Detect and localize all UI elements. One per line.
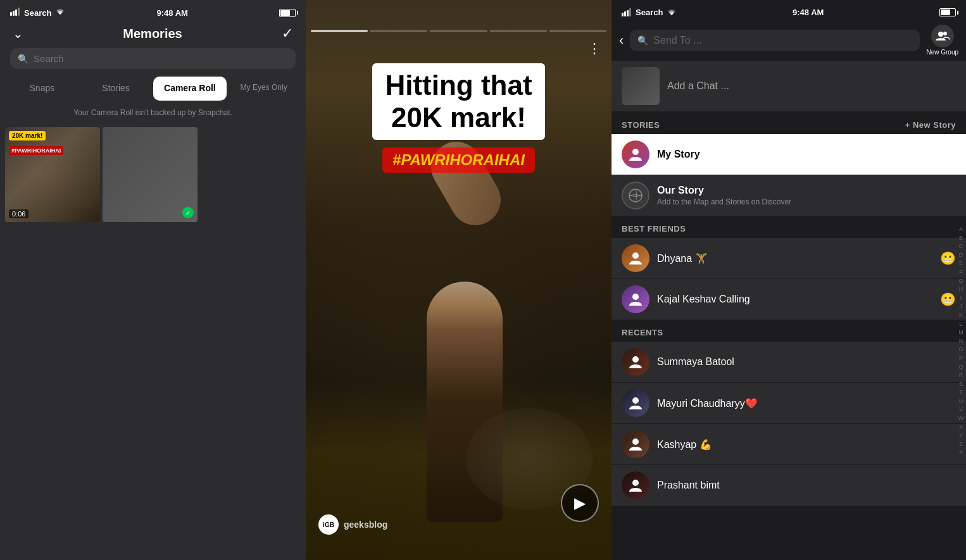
- checkmark-circle-icon[interactable]: ✓: [282, 25, 293, 42]
- tab-my-eyes-only[interactable]: My Eyes Only: [227, 77, 301, 101]
- alpha-letter-N[interactable]: N: [957, 337, 965, 345]
- contact-kajal[interactable]: Kajal Keshav Calling 😬: [612, 279, 966, 320]
- alpha-letter-U[interactable]: U: [957, 397, 965, 406]
- svg-rect-5: [624, 11, 626, 16]
- prashant-avatar: [622, 471, 649, 499]
- alpha-letter-P[interactable]: P: [957, 354, 965, 363]
- alpha-letter-R[interactable]: R: [957, 371, 965, 380]
- our-story-row[interactable]: Our Story Add to the Map and Stories on …: [612, 175, 966, 216]
- alpha-letter-X[interactable]: X: [957, 423, 965, 432]
- svg-rect-6: [627, 10, 629, 16]
- contact-kashyap[interactable]: Kashyap 💪: [612, 424, 966, 464]
- search-icon: 🔍: [18, 54, 28, 64]
- sendto-carrier: Search: [636, 8, 663, 17]
- alpha-letter-A[interactable]: A: [957, 225, 965, 233]
- thumb-timer-1: 0:06: [9, 209, 28, 218]
- summaya-avatar: [622, 348, 649, 376]
- svg-rect-4: [622, 13, 624, 16]
- alpha-letter-O[interactable]: O: [957, 345, 965, 354]
- best-friends-header: BEST FRIENDS: [612, 216, 966, 237]
- alpha-letter-M[interactable]: M: [957, 328, 965, 337]
- search-signal-text: [10, 8, 20, 18]
- story-watermark: iGB geeksblog: [318, 514, 387, 535]
- alpha-letter-K[interactable]: K: [957, 311, 965, 320]
- story-hashtag-text: #PAWRIHORAIHAI: [382, 147, 535, 173]
- kashyap-name: Kashyap 💪: [657, 439, 956, 451]
- memory-thumb-1[interactable]: 20K mark! #PAWRIHORAIHAI 0:06: [5, 127, 100, 222]
- story-main-text: Hitting that20K mark!: [372, 63, 544, 140]
- memories-status-bar: Search 9:48 AM: [0, 0, 306, 22]
- contact-dhyana[interactable]: Dhyana 🏋 😬: [612, 238, 966, 278]
- new-group-icon: [931, 25, 954, 47]
- alpha-letter-#[interactable]: #: [957, 449, 965, 457]
- status-carrier: Search: [24, 8, 51, 18]
- svg-point-10: [632, 149, 639, 155]
- tab-stories[interactable]: Stories: [79, 77, 153, 101]
- tab-snaps[interactable]: Snaps: [5, 77, 79, 101]
- kashyap-avatar: [622, 430, 649, 458]
- alpha-letter-V[interactable]: V: [957, 406, 965, 414]
- sendto-search-placeholder: Send To ...: [653, 35, 701, 46]
- svg-point-14: [632, 356, 639, 363]
- alpha-letter-S[interactable]: S: [957, 380, 965, 389]
- alpha-letter-D[interactable]: D: [957, 251, 965, 259]
- recents-label: RECENTS: [622, 328, 663, 337]
- story-top-bar: ⋮: [306, 35, 612, 62]
- sendto-wifi-icon: [667, 9, 677, 16]
- dhyana-name: Dhyana 🏋: [657, 252, 932, 264]
- alpha-letter-F[interactable]: F: [957, 268, 965, 277]
- wifi-icon: [55, 8, 65, 18]
- alpha-letter-Z[interactable]: Z: [957, 440, 965, 449]
- search-input[interactable]: [34, 53, 288, 64]
- contact-prashant[interactable]: Prashant bimt: [612, 465, 966, 506]
- memory-thumb-2[interactable]: ✓: [103, 127, 198, 222]
- alpha-letter-E[interactable]: E: [957, 259, 965, 268]
- sendto-search-bar[interactable]: 🔍 Send To ...: [630, 30, 920, 51]
- my-story-row[interactable]: My Story: [612, 134, 966, 175]
- our-story-name: Our Story: [657, 185, 791, 196]
- alpha-letter-T[interactable]: T: [957, 389, 965, 397]
- my-story-avatar: [622, 140, 649, 168]
- alpha-letter-H[interactable]: H: [957, 285, 965, 294]
- progress-bar-4: [490, 30, 547, 32]
- add-chat-row[interactable]: Add a Chat ...: [612, 61, 966, 111]
- story-panel: 🔔 ⋮ Hitting that20K mark! #PAWRIHORAIHAI…: [306, 0, 612, 560]
- alpha-letter-B[interactable]: B: [957, 234, 965, 242]
- sendto-time: 9:48 AM: [793, 8, 824, 17]
- alpha-letter-W[interactable]: W: [957, 414, 965, 423]
- memories-panel: Search 9:48 AM ⌄ Memories ✓ 🔍 Snaps Stor…: [0, 0, 306, 560]
- sendto-scroll-area[interactable]: Add a Chat ... STORIES + New Story My St…: [612, 61, 966, 560]
- progress-bar-5: [549, 30, 606, 32]
- status-right: [279, 9, 296, 17]
- contact-summaya[interactable]: Summaya Batool: [612, 342, 966, 382]
- svg-point-17: [632, 480, 639, 486]
- alpha-letter-Y[interactable]: Y: [957, 432, 965, 440]
- back-button[interactable]: ‹: [619, 32, 624, 49]
- add-chat-thumb: [622, 67, 660, 105]
- recents-header: RECENTS: [612, 320, 966, 341]
- alpha-letter-G[interactable]: G: [957, 277, 965, 285]
- alpha-letter-Q[interactable]: Q: [957, 363, 965, 371]
- alpha-letter-J[interactable]: J: [957, 302, 965, 311]
- tab-camera-roll[interactable]: Camera Roll: [153, 77, 227, 101]
- summaya-name: Summaya Batool: [657, 356, 956, 368]
- new-story-button[interactable]: + New Story: [905, 120, 956, 130]
- kajal-avatar: [622, 285, 649, 313]
- sendto-status-right: [939, 8, 956, 16]
- story-options-icon[interactable]: ⋮: [587, 40, 601, 57]
- story-send-button[interactable]: ▶: [561, 484, 599, 522]
- alphabet-sidebar: ABCDEFGHIJKLMNOPQRSTUVWXYZ#: [957, 225, 965, 457]
- alpha-letter-C[interactable]: C: [957, 242, 965, 251]
- story-logo: iGB: [318, 514, 339, 535]
- svg-rect-0: [10, 12, 12, 16]
- memories-search-bar[interactable]: 🔍: [10, 48, 296, 69]
- new-group-button[interactable]: New Group: [926, 25, 958, 56]
- mayuri-avatar: [622, 389, 649, 417]
- sendto-battery-icon: [939, 8, 956, 16]
- sendto-status-bar: Search 9:48 AM: [612, 0, 966, 21]
- contact-mayuri[interactable]: Mayuri Chaudharyy❤️: [612, 383, 966, 423]
- alpha-letter-I[interactable]: I: [957, 294, 965, 302]
- chevron-down-icon[interactable]: ⌄: [13, 26, 23, 41]
- alpha-letter-L[interactable]: L: [957, 320, 965, 328]
- svg-point-9: [943, 32, 947, 35]
